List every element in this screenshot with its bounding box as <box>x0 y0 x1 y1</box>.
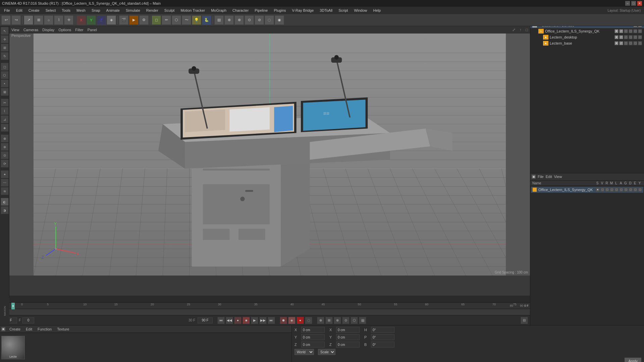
apply-button[interactable]: Apply <box>625 358 641 362</box>
next-frame-button[interactable]: ▶▶ <box>259 317 267 324</box>
obj-extra1-lqk[interactable]: ◌ <box>624 29 628 33</box>
viewport-menu-cameras[interactable]: Cameras <box>23 28 39 32</box>
end-frame-input[interactable] <box>198 317 213 323</box>
viewport-menu-filter[interactable]: Filter <box>75 28 83 32</box>
obj-rend-btn-lqk[interactable]: ✓ <box>619 29 623 33</box>
select-rect-button[interactable]: ⊞ <box>34 15 43 25</box>
sidebar-edge-btn[interactable]: ⬡ <box>1 71 9 79</box>
menu-pipeline[interactable]: Pipeline <box>252 8 270 13</box>
obj-vis-btn-lqk[interactable]: ● <box>614 29 619 33</box>
sidebar-bridge-btn[interactable]: ⌇ <box>1 107 9 115</box>
mat-ctrl-7[interactable]: ◌ <box>624 188 628 192</box>
sidebar-select-btn[interactable]: ↖ <box>1 27 9 35</box>
obj-extra1-base[interactable]: ◌ <box>624 41 628 45</box>
obj-extra3-base[interactable]: ◌ <box>633 41 637 45</box>
coord-x-input[interactable] <box>301 327 325 333</box>
mat-ctrl-5[interactable]: ◌ <box>614 188 619 192</box>
mat-tab-view[interactable]: View <box>554 175 562 179</box>
mat-tab-texture[interactable]: Texture <box>56 326 70 332</box>
sidebar-bevel-btn[interactable]: ◈ <box>1 124 9 132</box>
record-button[interactable]: ⏺ <box>280 317 287 324</box>
sidebar-extrude-btn[interactable]: ⊿ <box>1 115 9 123</box>
attr-p-input[interactable] <box>371 334 394 340</box>
close-button[interactable]: ✕ <box>637 1 642 6</box>
sidebar-relax-btn[interactable]: 〰 <box>1 179 9 187</box>
window-controls[interactable]: – □ ✕ <box>625 1 642 6</box>
mat-ctrl-4[interactable]: ◌ <box>610 188 614 192</box>
align-button[interactable]: ▤ <box>214 15 224 25</box>
play-reverse-button[interactable]: ● <box>234 317 241 324</box>
menu-character[interactable]: Character <box>230 8 251 13</box>
object-lectern-base[interactable]: ▲ Lectern_base ● ✓ ◌ ◌ ◌ ◌ <box>530 40 644 46</box>
key-sel-button[interactable]: ● <box>297 317 304 324</box>
sidebar-rotate-btn[interactable]: ↻ <box>1 52 9 60</box>
add-nurbs-button[interactable]: ⬡ <box>172 15 181 25</box>
mat-ctrl-2[interactable]: ◌ <box>600 188 604 192</box>
menu-help[interactable]: Help <box>371 8 384 13</box>
menu-file[interactable]: File <box>1 8 13 13</box>
sculpt-mode-button[interactable]: ◌ <box>265 15 274 25</box>
tl-tool4[interactable]: ⊙ <box>342 317 350 324</box>
menu-edit[interactable]: Edit <box>13 8 25 13</box>
obj-extra2-desktop[interactable]: ◌ <box>629 35 633 39</box>
select-free-button[interactable]: ⌇ <box>54 15 63 25</box>
render-button[interactable]: ▶ <box>129 15 139 25</box>
tl-tool3[interactable]: ⊗ <box>334 317 341 324</box>
menu-create[interactable]: Create <box>26 8 42 13</box>
paint-button[interactable]: ◉ <box>275 15 284 25</box>
menu-sculpt[interactable]: Sculpt <box>162 8 177 13</box>
measure-button[interactable]: ⊗ <box>234 15 244 25</box>
axis-x-button[interactable]: X <box>76 15 86 25</box>
viewport-menu-options[interactable]: Options <box>58 28 71 32</box>
sidebar-knife-btn[interactable]: ✂ <box>1 99 9 107</box>
object-office-lectern-qk[interactable]: L Office_Lectern_ILS_Synergy_QK ● ✓ ◌ ◌ … <box>530 28 644 34</box>
tl-tool2[interactable]: ⊞ <box>325 317 333 324</box>
tl-layout-btn[interactable]: ⊟ <box>521 317 528 324</box>
add-deformer-button[interactable]: 〜 <box>182 15 191 25</box>
mat-ctrl-1[interactable]: ● <box>596 188 600 192</box>
menu-simulate[interactable]: Simulate <box>123 8 143 13</box>
mat-tab-file[interactable]: File <box>538 175 544 179</box>
viewport-up-icon[interactable]: ↑ <box>520 27 522 32</box>
goto-end-button[interactable]: ⏭ <box>268 317 275 324</box>
menu-3dtoall[interactable]: 3DToAll <box>317 8 335 13</box>
material-thumbnail[interactable]: Lecte <box>1 336 25 359</box>
magnet-button[interactable]: ⊘ <box>255 15 264 25</box>
mat-ctrl-6[interactable]: ◌ <box>619 188 623 192</box>
sidebar-axis-btn[interactable]: ⊕ <box>1 134 9 142</box>
select-live-button[interactable]: ↗ <box>24 15 33 25</box>
sidebar-poly-btn[interactable]: ◻ <box>1 63 9 71</box>
play-button[interactable]: ▶ <box>251 317 258 324</box>
mat-tab-create[interactable]: Create <box>8 326 22 332</box>
scale-mode-select[interactable]: Scale Size <box>318 349 335 355</box>
stop-button[interactable]: ■ <box>243 317 250 324</box>
render-region-button[interactable]: 🎬 <box>119 15 128 25</box>
mat-tab-function[interactable]: Function <box>36 326 53 332</box>
maximize-button[interactable]: □ <box>631 1 636 6</box>
sidebar-magnet-btn[interactable]: ✦ <box>1 170 9 178</box>
mat-ctrl-10[interactable]: ◌ <box>638 188 642 192</box>
sidebar-smooth-btn[interactable]: ≋ <box>1 187 9 195</box>
sidebar-paint-btn[interactable]: ◑ <box>1 206 9 214</box>
timeline-track[interactable] <box>9 296 530 302</box>
add-light-button[interactable]: 💡 <box>192 15 201 25</box>
object-lectern-desktop[interactable]: ▲ Lectern_desktop ● ✓ ◌ ◌ ◌ ◌ <box>530 34 644 40</box>
mat-tab-edit2[interactable]: Edit <box>24 326 34 332</box>
viewport-menu-view[interactable]: View <box>11 28 19 32</box>
menu-window[interactable]: Window <box>351 8 370 13</box>
mat-ctrl-8[interactable]: ◌ <box>629 188 633 192</box>
move-button[interactable]: ✛ <box>64 15 73 25</box>
tl-tool5[interactable]: ⬡ <box>351 317 358 324</box>
undo-button[interactable]: ↩ <box>1 15 11 25</box>
viewport-maximize-icon[interactable]: □ <box>526 27 528 32</box>
key-all-button[interactable]: ◈ <box>288 317 296 324</box>
current-frame-input[interactable] <box>22 317 34 323</box>
minimize-button[interactable]: – <box>625 1 630 6</box>
coord-y-input[interactable] <box>301 334 325 340</box>
snap-button[interactable]: ⊕ <box>224 15 234 25</box>
obj-extra2-lqk[interactable]: ◌ <box>629 29 633 33</box>
obj-extra2-base[interactable]: ◌ <box>629 41 633 45</box>
material-lectern-qk[interactable]: Office_Lectern_ILS_Synergy_QK ● ◌ ◌ ◌ ◌ … <box>531 187 643 193</box>
obj-rend-btn-desktop[interactable]: ✓ <box>619 35 623 39</box>
obj-extra3-desktop[interactable]: ◌ <box>633 35 637 39</box>
